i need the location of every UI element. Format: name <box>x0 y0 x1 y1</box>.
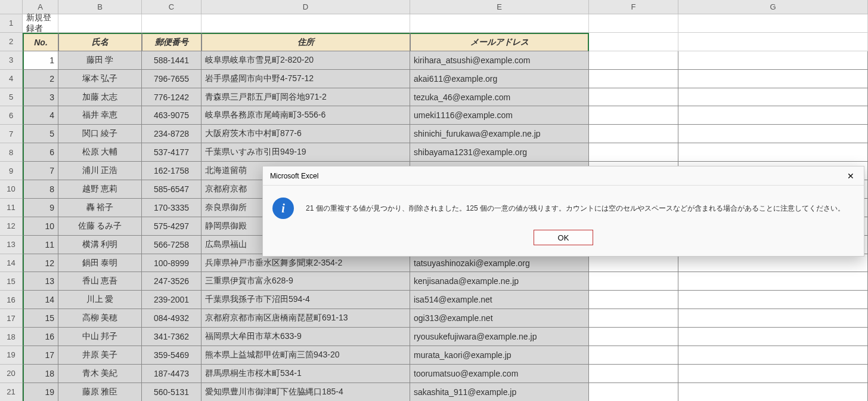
cell-no[interactable]: 10 <box>23 217 58 236</box>
cell-address[interactable]: 千葉県我孫子市下沼田594-4 <box>202 291 410 309</box>
cell-postal[interactable]: 084-4932 <box>142 309 202 328</box>
cell-no[interactable]: 3 <box>23 88 58 107</box>
cell-name[interactable]: 松原 大輔 <box>58 143 142 162</box>
cell-G1[interactable] <box>678 14 868 33</box>
cell-name[interactable]: 井原 美子 <box>58 346 142 365</box>
empty-cell[interactable] <box>589 254 678 273</box>
cell-name[interactable]: 藤田 学 <box>58 51 142 70</box>
cell-name[interactable]: 中山 邦子 <box>58 328 142 346</box>
cell-address[interactable]: 岩手県盛岡市向中野4-757-12 <box>202 70 410 88</box>
cell-postal[interactable]: 162-1758 <box>142 162 202 180</box>
empty-cell[interactable] <box>589 328 678 346</box>
cell-no[interactable]: 6 <box>23 143 58 162</box>
row-header-15[interactable]: 15 <box>0 272 23 291</box>
cell-postal[interactable]: 187-4473 <box>142 365 202 383</box>
cell-F2[interactable] <box>589 33 678 51</box>
cell-A1[interactable]: 新規登録者 <box>23 14 58 33</box>
col-header-E[interactable]: E <box>410 0 589 14</box>
cell-address[interactable]: 三重県伊賀市富永628-9 <box>202 272 410 291</box>
cell-postal[interactable]: 341-7362 <box>142 328 202 346</box>
cell-B1[interactable] <box>58 14 142 33</box>
cell-address[interactable]: 熊本県上益城郡甲佐町南三箇943-20 <box>202 346 410 365</box>
cell-G2[interactable] <box>678 33 868 51</box>
cell-address[interactable]: 青森県三戸郡五戸町岡谷地971-2 <box>202 88 410 107</box>
cell-name[interactable]: 鍋田 泰明 <box>58 254 142 273</box>
cell-address[interactable]: 愛知県豊川市御津町下佐脇縄口185-4 <box>202 383 410 401</box>
row-header-5[interactable]: 5 <box>0 88 23 107</box>
row-header-16[interactable]: 16 <box>0 291 23 309</box>
empty-cell[interactable] <box>678 254 868 273</box>
empty-cell[interactable] <box>678 88 868 107</box>
cell-no[interactable]: 9 <box>23 199 58 217</box>
row-header-10[interactable]: 10 <box>0 180 23 199</box>
cell-name[interactable]: 轟 裕子 <box>58 199 142 217</box>
cell-email[interactable]: kirihara_atsushi@example.com <box>410 51 589 70</box>
cell-email[interactable]: isa514@example.net <box>410 291 589 309</box>
row-header-20[interactable]: 20 <box>0 365 23 383</box>
cell-address[interactable]: 大阪府茨木市中村町877-6 <box>202 125 410 143</box>
cell-email[interactable]: kenjisanada@example.ne.jp <box>410 272 589 291</box>
cell-email[interactable]: shibayama1231@example.org <box>410 143 589 162</box>
cell-name[interactable]: 越野 恵莉 <box>58 180 142 199</box>
cell-no[interactable]: 8 <box>23 180 58 199</box>
cell-address[interactable]: 京都府京都市南区唐橋南琵琶町691-13 <box>202 309 410 328</box>
cell-email[interactable]: sakashita_911@example.jp <box>410 383 589 401</box>
cell-no[interactable]: 11 <box>23 236 58 254</box>
cell-no[interactable]: 16 <box>23 328 58 346</box>
row-header-17[interactable]: 17 <box>0 309 23 328</box>
cell-postal[interactable]: 359-5469 <box>142 346 202 365</box>
cell-postal[interactable]: 566-7258 <box>142 236 202 254</box>
empty-cell[interactable] <box>589 125 678 143</box>
cell-postal[interactable]: 560-5131 <box>142 383 202 401</box>
cell-postal[interactable]: 247-3526 <box>142 272 202 291</box>
cell-no[interactable]: 14 <box>23 291 58 309</box>
row-header-18[interactable]: 18 <box>0 328 23 346</box>
cell-postal[interactable]: 575-4297 <box>142 217 202 236</box>
col-header-C[interactable]: C <box>142 0 202 14</box>
cell-email[interactable]: akai611@example.org <box>410 70 589 88</box>
empty-cell[interactable] <box>589 106 678 125</box>
col-header-G[interactable]: G <box>678 0 868 14</box>
select-all-corner[interactable] <box>0 0 23 14</box>
empty-cell[interactable] <box>678 291 868 309</box>
cell-address[interactable]: 千葉県いすみ市引田949-19 <box>202 143 410 162</box>
cell-no[interactable]: 2 <box>23 70 58 88</box>
row-header-8[interactable]: 8 <box>0 143 23 162</box>
cell-name[interactable]: 川上 愛 <box>58 291 142 309</box>
cell-no[interactable]: 5 <box>23 125 58 143</box>
empty-cell[interactable] <box>589 88 678 107</box>
cell-postal[interactable]: 537-4177 <box>142 143 202 162</box>
cell-no[interactable]: 17 <box>23 346 58 365</box>
cell-name[interactable]: 香山 恵吾 <box>58 272 142 291</box>
cell-email[interactable]: tezuka_46@example.com <box>410 88 589 107</box>
header-address[interactable]: 住所 <box>202 33 410 51</box>
cell-name[interactable]: 浦川 正浩 <box>58 162 142 180</box>
row-header-4[interactable]: 4 <box>0 70 23 88</box>
cell-postal[interactable]: 776-1242 <box>142 88 202 107</box>
cell-no[interactable]: 19 <box>23 383 58 401</box>
header-name[interactable]: 氏名 <box>58 33 142 51</box>
cell-name[interactable]: 高柳 美穂 <box>58 309 142 328</box>
row-header-21[interactable]: 21 <box>0 383 23 401</box>
cell-name[interactable]: 青木 美紀 <box>58 365 142 383</box>
cell-email[interactable]: toorumatsuo@example.com <box>410 365 589 383</box>
empty-cell[interactable] <box>678 383 868 401</box>
cell-postal[interactable]: 239-2001 <box>142 291 202 309</box>
cell-F1[interactable] <box>589 14 678 33</box>
row-header-11[interactable]: 11 <box>0 199 23 217</box>
empty-cell[interactable] <box>678 125 868 143</box>
empty-cell[interactable] <box>678 309 868 328</box>
cell-postal[interactable]: 170-3335 <box>142 199 202 217</box>
cell-email[interactable]: ogi313@example.net <box>410 309 589 328</box>
empty-cell[interactable] <box>678 365 868 383</box>
cell-no[interactable]: 4 <box>23 106 58 125</box>
cell-email[interactable]: shinichi_furukawa@example.ne.jp <box>410 125 589 143</box>
cell-email[interactable]: ryousukefujiwara@example.ne.jp <box>410 328 589 346</box>
empty-cell[interactable] <box>678 106 868 125</box>
cell-postal[interactable]: 234-8728 <box>142 125 202 143</box>
empty-cell[interactable] <box>589 291 678 309</box>
cell-D1[interactable] <box>202 14 410 33</box>
empty-cell[interactable] <box>589 383 678 401</box>
cell-E1[interactable] <box>410 14 589 33</box>
cell-postal[interactable]: 463-9075 <box>142 106 202 125</box>
